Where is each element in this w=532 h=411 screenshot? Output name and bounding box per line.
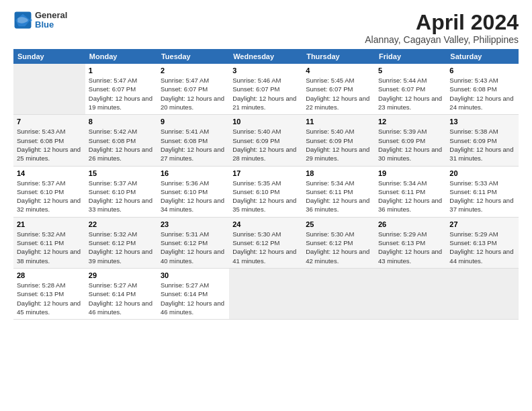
day-number: 15 (89, 169, 154, 177)
day-info: Sunrise: 5:34 AMSunset: 6:11 PMDaylight:… (378, 179, 442, 214)
day-info: Sunrise: 5:28 AMSunset: 6:13 PMDaylight:… (17, 281, 81, 316)
day-cell: 9Sunrise: 5:41 AMSunset: 6:08 PMDaylight… (157, 115, 229, 166)
day-number: 29 (89, 271, 154, 279)
week-row-3: 14Sunrise: 5:37 AMSunset: 6:10 PMDayligh… (13, 166, 519, 217)
day-cell: 10Sunrise: 5:40 AMSunset: 6:09 PMDayligh… (229, 115, 302, 166)
day-number: 14 (17, 169, 82, 177)
header-cell-monday: Monday (85, 49, 157, 64)
day-info: Sunrise: 5:30 AMSunset: 6:12 PMDaylight:… (232, 230, 296, 265)
day-cell (13, 64, 85, 115)
day-cell: 26Sunrise: 5:29 AMSunset: 6:13 PMDayligh… (375, 217, 446, 268)
day-cell: 30Sunrise: 5:27 AMSunset: 6:14 PMDayligh… (157, 268, 229, 319)
day-cell: 5Sunrise: 5:44 AMSunset: 6:07 PMDaylight… (375, 64, 446, 115)
day-number: 22 (89, 220, 154, 228)
day-info: Sunrise: 5:43 AMSunset: 6:08 PMDaylight:… (449, 77, 513, 111)
header-cell-friday: Friday (375, 49, 446, 64)
day-number: 18 (306, 169, 371, 177)
day-cell: 12Sunrise: 5:39 AMSunset: 6:09 PMDayligh… (375, 115, 446, 166)
day-info: Sunrise: 5:32 AMSunset: 6:12 PMDaylight:… (89, 230, 152, 265)
day-number: 4 (306, 66, 371, 75)
logo-blue-text: Blue (35, 20, 67, 30)
day-cell (229, 268, 302, 319)
day-number: 24 (232, 220, 299, 228)
logo-text: General Blue (35, 11, 67, 30)
day-number: 10 (232, 118, 299, 126)
day-cell: 13Sunrise: 5:38 AMSunset: 6:09 PMDayligh… (446, 115, 519, 166)
day-info: Sunrise: 5:40 AMSunset: 6:09 PMDaylight:… (306, 128, 369, 162)
day-cell: 3Sunrise: 5:46 AMSunset: 6:07 PMDaylight… (229, 64, 302, 115)
week-row-1: 1Sunrise: 5:47 AMSunset: 6:07 PMDaylight… (13, 64, 519, 115)
day-number: 1 (89, 66, 154, 75)
header-cell-thursday: Thursday (302, 49, 375, 64)
day-cell (302, 268, 375, 319)
day-info: Sunrise: 5:29 AMSunset: 6:13 PMDaylight:… (449, 230, 513, 265)
header-cell-sunday: Sunday (13, 49, 85, 64)
day-info: Sunrise: 5:41 AMSunset: 6:08 PMDaylight:… (161, 128, 224, 162)
day-cell: 7Sunrise: 5:43 AMSunset: 6:08 PMDaylight… (13, 115, 85, 166)
day-info: Sunrise: 5:44 AMSunset: 6:07 PMDaylight:… (378, 77, 442, 111)
day-info: Sunrise: 5:34 AMSunset: 6:11 PMDaylight:… (306, 179, 369, 214)
header-cell-saturday: Saturday (446, 49, 519, 64)
day-cell: 22Sunrise: 5:32 AMSunset: 6:12 PMDayligh… (85, 217, 157, 268)
week-row-2: 7Sunrise: 5:43 AMSunset: 6:08 PMDaylight… (13, 115, 519, 166)
day-info: Sunrise: 5:36 AMSunset: 6:10 PMDaylight:… (161, 179, 224, 214)
day-cell: 18Sunrise: 5:34 AMSunset: 6:11 PMDayligh… (302, 166, 375, 217)
day-cell: 11Sunrise: 5:40 AMSunset: 6:09 PMDayligh… (302, 115, 375, 166)
day-number: 23 (161, 220, 226, 228)
day-cell: 4Sunrise: 5:45 AMSunset: 6:07 PMDaylight… (302, 64, 375, 115)
day-info: Sunrise: 5:39 AMSunset: 6:09 PMDaylight:… (378, 128, 442, 162)
day-cell (446, 268, 519, 319)
day-number: 5 (378, 66, 443, 75)
day-cell: 20Sunrise: 5:33 AMSunset: 6:11 PMDayligh… (446, 166, 519, 217)
week-row-5: 28Sunrise: 5:28 AMSunset: 6:13 PMDayligh… (13, 268, 519, 319)
day-number: 17 (232, 169, 299, 177)
day-number: 30 (161, 271, 226, 279)
day-number: 3 (232, 66, 299, 75)
day-cell: 14Sunrise: 5:37 AMSunset: 6:10 PMDayligh… (13, 166, 85, 217)
day-info: Sunrise: 5:40 AMSunset: 6:09 PMDaylight:… (232, 128, 296, 162)
day-info: Sunrise: 5:47 AMSunset: 6:07 PMDaylight:… (161, 77, 224, 111)
day-info: Sunrise: 5:31 AMSunset: 6:12 PMDaylight:… (161, 230, 224, 265)
day-info: Sunrise: 5:27 AMSunset: 6:14 PMDaylight:… (161, 281, 224, 316)
week-row-4: 21Sunrise: 5:32 AMSunset: 6:11 PMDayligh… (13, 217, 519, 268)
logo: General Blue (13, 11, 67, 30)
header-cell-wednesday: Wednesday (229, 49, 302, 64)
day-info: Sunrise: 5:46 AMSunset: 6:07 PMDaylight:… (232, 77, 296, 111)
day-cell (375, 268, 446, 319)
day-cell: 27Sunrise: 5:29 AMSunset: 6:13 PMDayligh… (446, 217, 519, 268)
day-cell: 23Sunrise: 5:31 AMSunset: 6:12 PMDayligh… (157, 217, 229, 268)
day-cell: 29Sunrise: 5:27 AMSunset: 6:14 PMDayligh… (85, 268, 157, 319)
day-cell: 21Sunrise: 5:32 AMSunset: 6:11 PMDayligh… (13, 217, 85, 268)
day-number: 13 (449, 118, 515, 126)
day-number: 9 (161, 118, 226, 126)
day-cell: 2Sunrise: 5:47 AMSunset: 6:07 PMDaylight… (157, 64, 229, 115)
day-number: 2 (161, 66, 226, 75)
header-cell-tuesday: Tuesday (157, 49, 229, 64)
day-number: 27 (449, 220, 515, 228)
day-info: Sunrise: 5:37 AMSunset: 6:10 PMDaylight:… (89, 179, 152, 214)
day-number: 19 (378, 169, 443, 177)
day-cell: 19Sunrise: 5:34 AMSunset: 6:11 PMDayligh… (375, 166, 446, 217)
calendar-header-row: SundayMondayTuesdayWednesdayThursdayFrid… (13, 49, 519, 64)
logo-icon (13, 11, 32, 30)
day-info: Sunrise: 5:45 AMSunset: 6:07 PMDaylight:… (306, 77, 369, 111)
day-info: Sunrise: 5:35 AMSunset: 6:10 PMDaylight:… (232, 179, 296, 214)
day-number: 20 (449, 169, 515, 177)
day-number: 25 (306, 220, 371, 228)
day-cell: 6Sunrise: 5:43 AMSunset: 6:08 PMDaylight… (446, 64, 519, 115)
day-cell: 25Sunrise: 5:30 AMSunset: 6:12 PMDayligh… (302, 217, 375, 268)
day-cell: 8Sunrise: 5:42 AMSunset: 6:08 PMDaylight… (85, 115, 157, 166)
day-number: 16 (161, 169, 226, 177)
day-cell: 1Sunrise: 5:47 AMSunset: 6:07 PMDaylight… (85, 64, 157, 115)
day-cell: 17Sunrise: 5:35 AMSunset: 6:10 PMDayligh… (229, 166, 302, 217)
day-info: Sunrise: 5:38 AMSunset: 6:09 PMDaylight:… (449, 128, 513, 162)
day-number: 11 (306, 118, 371, 126)
day-info: Sunrise: 5:47 AMSunset: 6:07 PMDaylight:… (89, 77, 152, 111)
title-location: Alannay, Cagayan Valley, Philippines (365, 34, 519, 45)
page: General Blue April 2024 Alannay, Cagayan… (0, 0, 532, 411)
day-number: 6 (449, 66, 515, 75)
title-block: April 2024 Alannay, Cagayan Valley, Phil… (365, 11, 519, 45)
day-number: 28 (17, 271, 82, 279)
day-info: Sunrise: 5:33 AMSunset: 6:11 PMDaylight:… (449, 179, 513, 214)
day-info: Sunrise: 5:27 AMSunset: 6:14 PMDaylight:… (89, 281, 152, 316)
